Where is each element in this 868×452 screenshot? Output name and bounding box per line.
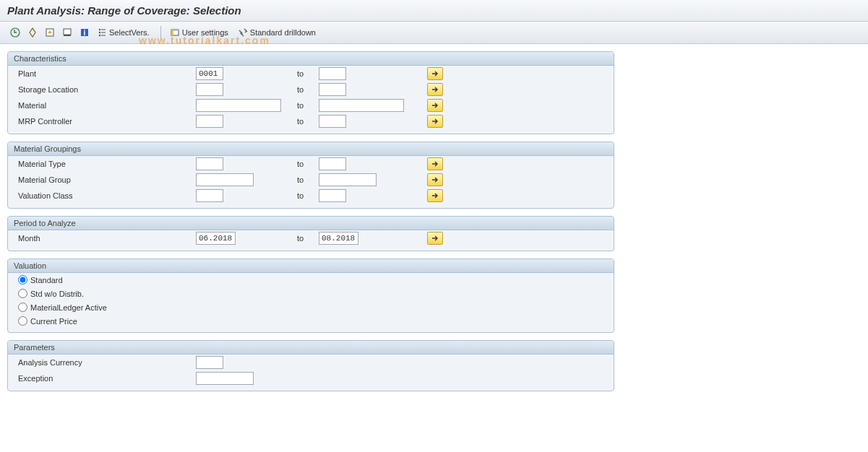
valuation-ml-radio[interactable] (18, 303, 27, 312)
select-version-button[interactable]: SelectVers. (94, 25, 155, 40)
material-to-input[interactable] (319, 99, 404, 112)
svg-rect-3 (64, 29, 71, 35)
execute-icon[interactable] (7, 25, 23, 40)
save-variant-icon[interactable] (59, 25, 75, 40)
storage-location-multiselect-button[interactable] (427, 83, 443, 96)
select-version-label: SelectVers. (109, 28, 150, 37)
to-label: to (297, 101, 319, 110)
material-group-multiselect-button[interactable] (427, 173, 443, 186)
get-variant-icon[interactable] (42, 25, 58, 40)
valuation-class-from-input[interactable] (196, 189, 223, 202)
info-icon[interactable]: i (77, 25, 93, 40)
valuation-class-multiselect-button[interactable] (427, 189, 443, 202)
mrp-controller-label: MRP Controller (8, 117, 196, 126)
plant-label: Plant (8, 69, 196, 78)
plant-from-input[interactable] (196, 67, 223, 80)
material-group-label: Material Group (8, 175, 196, 184)
plant-to-input[interactable] (319, 67, 346, 80)
storage-location-to-input[interactable] (319, 83, 346, 96)
material-type-to-input[interactable] (319, 157, 346, 170)
material-from-input[interactable] (196, 99, 281, 112)
to-label: to (297, 191, 319, 200)
svg-text:i: i (84, 29, 86, 37)
user-settings-label: User settings (182, 28, 228, 37)
period-title: Period to Analyze (8, 217, 614, 230)
mrp-to-input[interactable] (319, 115, 346, 128)
period-group: Period to Analyze Month to (7, 216, 614, 251)
month-to-input[interactable] (319, 232, 358, 245)
svg-rect-12 (173, 30, 179, 31)
exception-input[interactable] (196, 372, 254, 385)
valuation-class-label: Valuation Class (8, 191, 196, 200)
month-from-input[interactable] (196, 232, 236, 245)
material-group-from-input[interactable] (196, 173, 254, 186)
valuation-std-wo-label: Std w/o Distrib. (30, 290, 84, 298)
plant-multiselect-button[interactable] (427, 67, 443, 80)
storage-location-from-input[interactable] (196, 83, 223, 96)
application-toolbar: i SelectVers. User settings Standard dri… (0, 22, 868, 44)
parameters-group: Parameters Analysis Currency Exception (7, 340, 614, 391)
material-group-to-input[interactable] (319, 173, 377, 186)
month-multiselect-button[interactable] (427, 232, 443, 245)
page-title: Plant Analysis: Range of Coverage: Selec… (7, 4, 241, 17)
analysis-currency-label: Analysis Currency (8, 358, 196, 367)
standard-drilldown-label: Standard drilldown (250, 28, 316, 37)
material-type-label: Material Type (8, 160, 196, 168)
svg-rect-11 (171, 30, 173, 35)
to-label: to (297, 160, 319, 168)
to-label: to (297, 234, 319, 243)
user-settings-button[interactable]: User settings (167, 25, 233, 40)
mrp-multiselect-button[interactable] (427, 115, 443, 128)
valuation-current-label: Current Price (30, 317, 77, 326)
to-label: to (297, 69, 319, 78)
material-groupings-group: Material Groupings Material Type to Mate… (7, 142, 614, 209)
valuation-group: Valuation Standard Std w/o Distrib. Mate… (7, 258, 614, 333)
material-multiselect-button[interactable] (427, 99, 443, 112)
valuation-current-radio[interactable] (18, 316, 27, 326)
svg-point-7 (99, 29, 100, 30)
toolbar-separator (160, 26, 161, 39)
month-label: Month (8, 234, 196, 243)
svg-point-8 (99, 32, 100, 33)
characteristics-group: Characteristics Plant to Storage Locatio… (7, 51, 614, 134)
to-label: to (297, 175, 319, 184)
storage-location-label: Storage Location (8, 85, 196, 94)
valuation-standard-label: Standard (30, 276, 63, 284)
to-label: to (297, 85, 319, 94)
parameters-title: Parameters (8, 341, 614, 355)
material-label: Material (8, 101, 196, 110)
characteristics-title: Characteristics (8, 52, 614, 66)
mrp-from-input[interactable] (196, 115, 223, 128)
analysis-currency-input[interactable] (196, 356, 223, 369)
to-label: to (297, 117, 319, 126)
valuation-standard-radio[interactable] (18, 275, 27, 284)
valuation-title: Valuation (8, 259, 614, 273)
standard-drilldown-button[interactable]: Standard drilldown (235, 25, 321, 40)
material-groupings-title: Material Groupings (8, 142, 614, 156)
valuation-class-to-input[interactable] (319, 189, 346, 202)
valuation-std-wo-radio[interactable] (18, 289, 27, 298)
check-icon[interactable] (25, 25, 40, 40)
valuation-ml-label: MaterialLedger Active (30, 303, 107, 312)
title-bar: Plant Analysis: Range of Coverage: Selec… (0, 0, 868, 22)
material-type-from-input[interactable] (196, 157, 223, 170)
material-type-multiselect-button[interactable] (427, 157, 443, 170)
svg-rect-4 (64, 35, 71, 36)
svg-point-9 (99, 35, 100, 36)
exception-label: Exception (8, 374, 196, 383)
